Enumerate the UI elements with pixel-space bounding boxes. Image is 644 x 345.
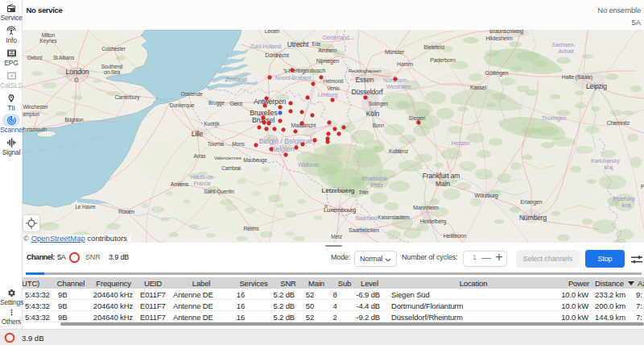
svg-text:Rouen: Rouen [118,209,134,214]
svg-text:Le Havre: Le Havre [75,204,96,210]
svg-text:Solingen: Solingen [369,101,389,107]
svg-text:ampton: ampton [23,111,39,118]
svg-text:Halle (Saale): Halle (Saale) [562,74,593,81]
svg-text:Hildesheim: Hildesheim [485,35,512,41]
svg-text:Keynes: Keynes [40,38,58,44]
svg-text:Tournai: Tournai [208,141,224,147]
svg-text:Bonn: Bonn [373,123,385,128]
svg-text:Belgien: Belgien [270,145,294,153]
svg-text:Anhalt: Anhalt [558,48,573,54]
svg-text:Rheinland-: Rheinland- [362,176,390,181]
svg-text:Southend: Southend [101,64,123,69]
svg-text:kraj: kraj [622,202,631,209]
svg-text:Reims: Reims [243,226,259,231]
svg-text:· Trier: · Trier [356,189,369,195]
svg-text:Winchester: Winchester [23,104,48,110]
svg-text:Kortrijk: Kortrijk [204,121,220,127]
svg-text:Maubeuge: Maubeuge [243,157,267,164]
svg-text:Bielefeld: Bielefeld [423,44,444,50]
svg-text:Main: Main [436,180,450,188]
svg-text:Hessen: Hessen [451,140,469,146]
svg-text:Würzburg: Würzburg [474,193,497,199]
svg-text:on-Sea: on-Sea [104,69,121,75]
svg-text:Utrecht: Utrecht [287,40,309,48]
svg-text:Portsmouth: Portsmouth [23,127,47,132]
svg-text:Luxembourg: Luxembourg [324,206,356,214]
svg-text:Brugge: Brugge [208,100,225,106]
svg-text:Arras: Arras [194,153,207,159]
svg-text:Leiden: Leiden [265,30,280,34]
svg-text:Oxford: Oxford [27,55,43,60]
svg-text:Mons: Mons [232,141,245,147]
svg-text:Dunkerque: Dunkerque [170,102,195,109]
svg-text:Lille: Lille [192,130,204,138]
svg-text:Thüringen: Thüringen [542,115,567,122]
svg-text:Plzeňský: Plzeňský [613,196,635,202]
svg-text:Karlovarský: Karlovarský [591,158,620,164]
svg-text:Milton: Milton [42,32,56,38]
svg-text:Kassel: Kassel [470,85,487,90]
svg-text:Saarbrücken: Saarbrücken [349,227,379,233]
svg-text:Ede: Ede [312,41,321,47]
svg-text:Mannheim: Mannheim [413,205,439,210]
svg-text:Lëtzebuerg: Lëtzebuerg [321,187,354,194]
svg-text:St Albans: St Albans [53,55,75,60]
svg-text:Antwerpen: Antwerpen [254,98,287,106]
svg-text:Venlo: Venlo [327,85,340,91]
svg-text:Hamm: Hamm [397,61,413,67]
svg-text:France: France [193,181,210,186]
svg-text:Gent: Gent [229,100,243,107]
svg-text:Heidelberg: Heidelberg [420,218,447,225]
svg-text:Göttingen: Göttingen [485,70,508,77]
svg-text:Chemnitz: Chemnitz [607,120,630,126]
svg-text:België / Belgique /: België / Belgique / [259,137,316,145]
svg-text:Essen: Essen [356,76,374,84]
svg-text:Arnhem: Arnhem [318,48,337,53]
svg-text:Kaiserslautern: Kaiserslautern [378,214,410,220]
svg-text:Münster: Münster [385,49,405,55]
svg-text:kraj: kraj [605,164,613,171]
svg-text:Cambrai: Cambrai [221,165,241,171]
svg-text:Frankfurt am: Frankfurt am [423,172,460,180]
svg-text:Gelderland: Gelderland [322,35,349,40]
svg-text:Düsseldorf: Düsseldorf [351,88,383,96]
svg-text:Brighton: Brighton [64,117,84,123]
svg-text:Westfalen: Westfalen [386,84,411,89]
svg-text:Saint-Quentin: Saint-Quentin [204,189,234,195]
svg-text:London: London [65,68,89,76]
svg-text:· Helmond: · Helmond [320,78,344,84]
svg-text:Köln: Köln [366,110,380,118]
svg-text:Valenciennes: Valenciennes [214,156,242,160]
svg-text:Erlangen: Erlangen [521,199,543,206]
svg-text:Sachsen-: Sachsen- [552,42,576,48]
svg-text:Leipzig: Leipzig [586,82,607,90]
svg-text:Oostende: Oostende [181,91,204,97]
svg-text:Dordrecht: Dordrecht [265,52,289,58]
svg-text:Noord-Brabant: Noord-Brabant [275,75,312,81]
svg-text:Pl: Pl [641,184,644,189]
svg-text:Zuid-Holland: Zuid-Holland [250,44,282,49]
svg-text:Recklinghausen: Recklinghausen [349,69,382,73]
svg-text:Heilbronn: Heilbronn [444,233,467,239]
svg-text:Canterbury: Canterbury [115,94,141,101]
svg-text:'s-Hertogenbosch: 's-Hertogenbosch [283,68,326,74]
svg-text:Nürnberg: Nürnberg [519,214,547,222]
svg-text:Colchester: Colchester [101,46,126,52]
svg-text:Pfalz: Pfalz [370,182,383,188]
svg-text:Wallonie: Wallonie [298,162,319,168]
svg-text:Paderborn: Paderborn [430,57,456,63]
svg-text:Amiens: Amiens [171,181,189,187]
svg-text:Limburg: Limburg [318,92,338,98]
svg-text:Hauts-de-: Hauts-de- [191,174,216,180]
svg-text:Nijmegen: Nijmegen [316,58,340,64]
svg-text:Koblenz: Koblenz [389,148,409,154]
svg-text:Saarland: Saarland [355,215,377,221]
svg-text:Siegen: Siegen [409,115,426,122]
svg-text:Metz: Metz [331,234,342,239]
svg-text:Zeeland: Zeeland [224,76,247,83]
